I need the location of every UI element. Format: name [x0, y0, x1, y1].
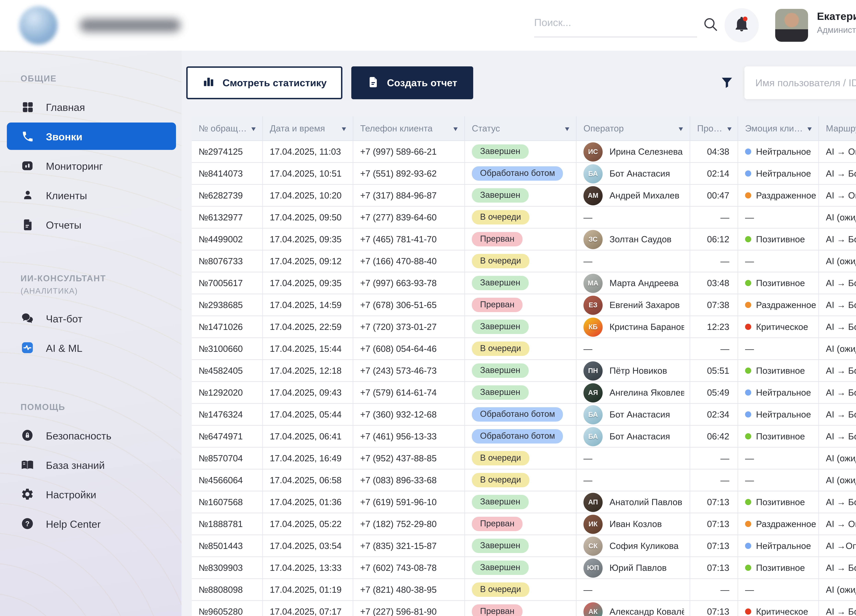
table-row[interactable]: №297412517.04.2025, 11:03+7 (997) 589-66… [192, 141, 856, 163]
emotion-dot-icon [745, 149, 751, 155]
document-icon [367, 75, 379, 90]
route-cell: AI (ожидание) [819, 338, 856, 359]
table-row[interactable]: №850144317.04.2025, 03:54+7 (835) 321-15… [192, 535, 856, 557]
operator: АКАлександр Ковалёв [583, 602, 684, 616]
column-header-datetime[interactable]: Дата и время▼ [263, 116, 353, 140]
status-cell: В очереди [465, 338, 577, 359]
table-row[interactable]: №188878117.04.2025, 05:22+7 (182) 752-29… [192, 513, 856, 535]
duration-cell: 03:48 [690, 272, 738, 293]
sidebar-item-home[interactable]: Главная [7, 93, 176, 120]
call-id: №8414073 [192, 163, 263, 184]
table-row[interactable]: №647497117.04.2025, 06:41+7 (461) 956-13… [192, 426, 856, 448]
sidebar-item-label: AI & ML [46, 342, 82, 353]
user-menu[interactable]: Екатерина Большакова Администратор [775, 9, 856, 42]
operator-cell: — [577, 338, 690, 359]
table-row[interactable]: №880809817.04.2025, 01:19+7 (821) 480-38… [192, 579, 856, 601]
chat-icon [20, 312, 34, 325]
sidebar-item-ai-ml[interactable]: AI & ML [7, 334, 176, 361]
user-filter-input[interactable] [744, 66, 856, 99]
sort-arrow-icon[interactable]: ▼ [806, 125, 813, 132]
emotion-cell: Раздраженное [738, 294, 819, 315]
operator: ИСИрина Селезнева [583, 142, 683, 161]
column-header-route[interactable]: Маршрут▼ [819, 116, 856, 140]
column-header-id[interactable]: № обращ…▼ [192, 116, 263, 140]
sort-arrow-icon[interactable]: ▼ [250, 125, 257, 132]
table-row[interactable]: №147102617.04.2025, 22:59+7 (720) 373-01… [192, 316, 856, 338]
table-row[interactable]: №147632417.04.2025, 05:44+7 (360) 932-12… [192, 404, 856, 426]
table-row[interactable]: №310066017.04.2025, 15:44+7 (608) 054-64… [192, 338, 856, 360]
route-cell: AI → Оператор [819, 141, 856, 162]
table-row[interactable]: №129202017.04.2025, 09:43+7 (579) 614-61… [192, 382, 856, 404]
status-badge: Прерван [472, 604, 523, 616]
column-header-emotion[interactable]: Эмоция кли…▼ [738, 116, 819, 140]
table-row[interactable]: №628273917.04.2025, 10:20+7 (317) 884-96… [192, 185, 856, 207]
main-content: Смотреть статистику Создать отчет № обра… [182, 51, 856, 616]
operator-avatar: ИС [583, 142, 603, 161]
operator-cell: АМАндрей Михалев [577, 185, 690, 206]
call-id: №6282739 [192, 185, 263, 206]
sort-arrow-icon[interactable]: ▼ [340, 125, 347, 132]
duration-value: 06:12 [707, 234, 729, 244]
client-phone: +7 (720) 373-01-27 [353, 316, 465, 338]
client-phone: +7 (277) 839-64-60 [353, 207, 465, 228]
table-row[interactable]: №449900217.04.2025, 09:35+7 (465) 781-41… [192, 229, 856, 250]
sidebar-item-clients[interactable]: Клиенты [7, 181, 176, 209]
view-stats-button[interactable]: Смотреть статистику [186, 66, 342, 99]
table-row[interactable]: №613297717.04.2025, 09:50+7 (277) 839-64… [192, 207, 856, 229]
column-label: Маршрут [826, 123, 856, 134]
sort-arrow-icon[interactable]: ▼ [563, 125, 570, 132]
sidebar-item-knowledge-base[interactable]: База знаний [7, 451, 176, 478]
operator-name: Кристина Баранова [610, 322, 684, 332]
sidebar-item-label: Клиенты [46, 189, 87, 201]
sidebar-item-label: Безопасность [46, 430, 111, 441]
table-row[interactable]: №293868517.04.2025, 14:59+7 (678) 306-51… [192, 294, 856, 316]
table-row[interactable]: №456606417.04.2025, 06:58+7 (083) 896-33… [192, 470, 856, 492]
table-row[interactable]: №841407317.04.2025, 10:51+7 (551) 892-93… [192, 163, 856, 185]
status-badge: Завершен [472, 144, 528, 159]
logo-mark-blurred [19, 6, 57, 45]
sidebar-item-security[interactable]: Безопасность [7, 422, 176, 449]
sort-arrow-icon[interactable]: ▼ [677, 125, 684, 132]
status-cell: Завершен [465, 492, 577, 513]
sort-arrow-icon[interactable]: ▼ [726, 125, 733, 132]
emotion: Позитивное [745, 562, 805, 573]
sidebar-item-monitoring[interactable]: Мониторинг [7, 152, 176, 179]
search-icon[interactable] [703, 17, 719, 35]
sidebar-item-label: Мониторинг [46, 160, 103, 172]
operator-avatar: МА [583, 273, 603, 293]
table-row[interactable]: №857070417.04.2025, 16:49+7 (952) 437-88… [192, 448, 856, 470]
emotion-cell: — [738, 338, 819, 359]
table-row[interactable]: №807673317.04.2025, 09:12+7 (166) 470-88… [192, 250, 856, 272]
global-search-input[interactable] [534, 11, 697, 38]
sidebar-item-reports[interactable]: Отчеты [7, 211, 176, 238]
table-row[interactable]: №830990317.04.2025, 13:33+7 (602) 743-08… [192, 557, 856, 579]
table-row[interactable]: №700561717.04.2025, 09:35+7 (997) 663-93… [192, 272, 856, 294]
column-header-duration[interactable]: Про…▼ [690, 116, 738, 140]
filter-icon[interactable] [720, 75, 734, 91]
table-row[interactable]: №160756817.04.2025, 01:36+7 (619) 591-96… [192, 492, 856, 513]
operator-name: Юрий Павлов [610, 562, 667, 573]
duration-value: 07:13 [707, 541, 729, 551]
emotion-dot-icon [745, 543, 751, 549]
call-datetime: 17.04.2025, 12:18 [263, 360, 353, 381]
sidebar-item-help-center[interactable]: ?Help Center [7, 510, 176, 537]
create-report-button[interactable]: Создать отчет [351, 66, 473, 99]
route-cell: AI → Бот → О... [819, 316, 856, 338]
sidebar-item-settings[interactable]: Настройки [7, 481, 176, 508]
sidebar-item-chatbot[interactable]: Чат-бот [7, 304, 176, 332]
sidebar-item-label: Чат-бот [46, 312, 82, 324]
sidebar-item-calls[interactable]: Звонки [7, 123, 176, 150]
empty-operator: — [583, 475, 592, 485]
emotion-label: Нейтральное [756, 146, 811, 157]
status-cell: В очереди [465, 448, 577, 469]
view-stats-label: Смотреть статистику [223, 77, 326, 88]
column-header-status[interactable]: Статус▼ [465, 116, 577, 140]
notifications-button[interactable] [725, 8, 759, 42]
table-row[interactable]: №458240517.04.2025, 12:18+7 (243) 573-46… [192, 360, 856, 382]
operator-cell: АПАнатолий Павлов [577, 492, 690, 513]
table-row[interactable]: №960528017.04.2025, 07:17+7 (227) 596-81… [192, 601, 856, 616]
empty-duration: — [721, 585, 729, 595]
column-header-phone[interactable]: Телефон клиента▼ [353, 116, 465, 140]
sort-arrow-icon[interactable]: ▼ [452, 125, 459, 132]
column-header-operator[interactable]: Оператор▼ [577, 116, 690, 140]
